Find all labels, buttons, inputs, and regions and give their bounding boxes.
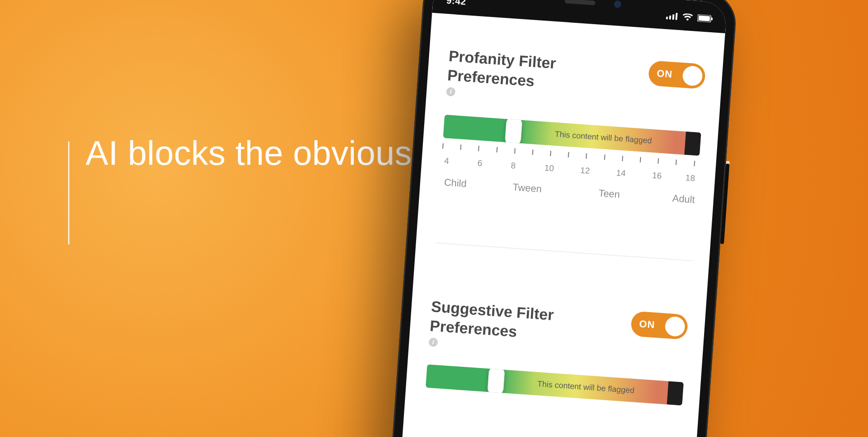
suggestive-slider-thumb[interactable] xyxy=(487,365,505,396)
svg-rect-1 xyxy=(669,16,671,20)
phone-screen: 9:42 Profanity Filter Preferences xyxy=(392,0,727,437)
age-tick-4: 4 xyxy=(444,156,449,166)
svg-rect-0 xyxy=(666,17,668,19)
suggestive-toggle-label: ON xyxy=(639,318,655,331)
screen-body: Profanity Filter Preferences i ON This c… xyxy=(392,27,724,437)
suggestive-filter-title-text: Suggestive Filter Preferences xyxy=(429,297,575,345)
age-tick-10: 10 xyxy=(544,163,554,173)
suggestive-toggle[interactable]: ON xyxy=(630,311,688,340)
profanity-filter-title-text: Profanity Filter Preferences xyxy=(447,46,593,94)
age-tick-6: 6 xyxy=(477,159,483,169)
cat-child: Child xyxy=(444,176,467,189)
toggle-knob xyxy=(682,65,703,86)
profanity-toggle[interactable]: ON xyxy=(648,60,706,90)
svg-rect-6 xyxy=(711,17,713,20)
age-tick-18: 18 xyxy=(685,173,696,183)
profanity-filter-section: Profanity Filter Preferences i ON This c… xyxy=(439,46,706,206)
profanity-slider: This content will be flagged 4 6 8 10 12… xyxy=(439,115,701,207)
profanity-filter-header: Profanity Filter Preferences i ON xyxy=(446,46,706,115)
cat-tween: Tween xyxy=(512,181,542,195)
cell-signal-icon xyxy=(666,12,678,20)
age-tick-8: 8 xyxy=(511,161,516,171)
headline-rule xyxy=(68,141,69,244)
section-divider xyxy=(436,242,692,261)
age-tick-16: 16 xyxy=(652,171,662,181)
profanity-slider-caption: This content will be flagged xyxy=(525,120,681,154)
profanity-filter-title: Profanity Filter Preferences i xyxy=(446,46,593,107)
wifi-icon xyxy=(682,13,693,21)
suggestive-filter-section: Suggestive Filter Preferences i ON This … xyxy=(425,297,688,406)
phone-mockup: 9:42 Profanity Filter Preferences xyxy=(382,0,738,437)
battery-icon xyxy=(697,14,713,22)
status-icons xyxy=(666,12,713,22)
cat-adult: Adult xyxy=(672,193,695,206)
svg-rect-3 xyxy=(675,13,678,20)
svg-rect-2 xyxy=(672,14,675,20)
profanity-slider-thumb[interactable] xyxy=(504,116,523,147)
suggestive-filter-title: Suggestive Filter Preferences i xyxy=(429,297,575,357)
suggestive-filter-header: Suggestive Filter Preferences i ON xyxy=(429,297,688,365)
suggestive-slider: This content will be flagged xyxy=(425,364,683,406)
info-icon[interactable]: i xyxy=(429,338,438,347)
status-time: 9:42 xyxy=(446,0,467,7)
age-tick-12: 12 xyxy=(580,166,590,176)
suggestive-slider-caption: This content will be flagged xyxy=(507,370,664,404)
age-tick-14: 14 xyxy=(616,168,626,178)
profanity-toggle-label: ON xyxy=(657,68,673,80)
svg-rect-5 xyxy=(698,15,710,21)
suggestive-slider-track[interactable]: This content will be flagged xyxy=(425,364,683,406)
cat-teen: Teen xyxy=(598,188,620,201)
toggle-knob xyxy=(665,316,686,337)
info-icon[interactable]: i xyxy=(446,87,455,96)
